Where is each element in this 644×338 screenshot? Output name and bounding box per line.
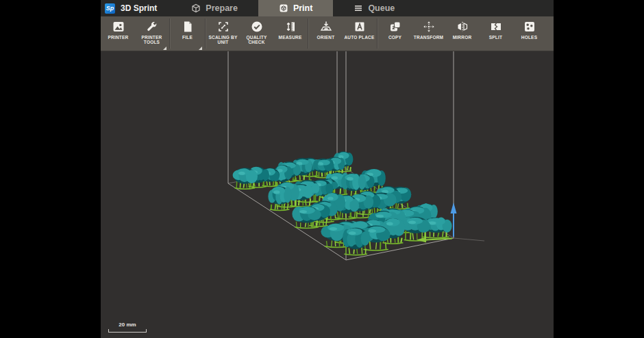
toolbar-group-separator [169,18,170,49]
toolbar-button-label: HOLES [514,35,545,40]
toolbar-button-transform[interactable]: TRANSFORM [412,16,445,51]
tab-queue[interactable]: Queue [344,0,404,16]
toolbar-button-label: PRINTER TOOLS [136,35,168,44]
measure-icon [284,20,297,34]
wrench-icon [145,20,159,34]
toolbar-button-label: QUALITY CHECK [241,35,273,44]
print-tab-icon [279,3,288,13]
toolbar-button-printer-tools[interactable]: PRINTER TOOLS [135,16,169,51]
toolbar-button-label: PRINTER [103,35,134,40]
tab-label: Prepare [206,3,238,13]
submenu-corner-triangle-icon [199,47,202,50]
toolbar-group-separator [377,18,377,49]
tab-print[interactable]: Print [258,0,333,16]
app-window: Sp 3D Sprint PreparePrintQueue PRINTERPR… [101,0,554,338]
toolbar-group: COPYTRANSFORMMIRRORSPLITHOLES [378,16,546,51]
app-logo-icon: Sp [105,3,115,14]
viewport-3d[interactable]: 20 mm [101,51,554,338]
toolbar-button-label: SCALING BY UNIT [208,35,239,44]
quality-icon [250,20,264,34]
toolbar-button-orient[interactable]: ORIENT [309,16,343,51]
toolbar-button-label: FILE [172,35,203,40]
toolbar-button-label: MEASURE [275,35,306,40]
toolbar-group: FILE [171,16,204,51]
tab-label: Print [293,3,312,13]
dental-model[interactable] [343,228,369,255]
scaling-icon [216,20,230,34]
file-icon [181,20,195,34]
autoplace-icon [353,20,367,34]
scale-bar-line [108,329,147,333]
tab-label: Queue [368,3,395,13]
toolbar: PRINTERPRINTER TOOLSFILESCALING BY UNITQ… [101,16,554,51]
scale-indicator: 20 mm [108,322,147,333]
toolbar-button-measure[interactable]: MEASURE [273,16,307,51]
toolbar-button-label: MIRROR [447,35,478,40]
orient-icon [319,20,333,34]
toolbar-button-file[interactable]: FILE [171,16,204,51]
toolbar-group-separator [205,18,206,49]
app-logo-text: Sp [106,5,114,12]
toolbar-group-separator [308,18,308,49]
toolbar-button-label: TRANSFORM [413,35,445,40]
printer-icon [112,20,125,34]
toolbar-button-auto-place[interactable]: AUTO PLACE [343,16,376,51]
toolbar-button-label: SPLIT [480,35,512,40]
toolbar-button-scaling-by-unit[interactable]: SCALING BY UNIT [206,16,240,51]
tab-bar: PreparePrintQueue [182,0,404,16]
copy-icon [388,20,402,34]
toolbar-group: ORIENTAUTO PLACE [309,16,376,51]
toolbar-group: PRINTERPRINTER TOOLS [101,16,169,51]
app-brand: Sp 3D Sprint [101,0,157,16]
tab-prepare[interactable]: Prepare [182,0,247,16]
z-axis-arrow[interactable] [451,203,457,237]
toolbar-button-split[interactable]: SPLIT [479,16,512,51]
holes-icon [523,20,536,34]
toolbar-button-label: COPY [380,35,411,40]
app-title: 3D Sprint [121,3,157,13]
scene-canvas[interactable] [101,51,554,338]
toolbar-button-mirror[interactable]: MIRROR [445,16,479,51]
toolbar-button-label: ORIENT [310,35,342,40]
scene-svg [101,51,554,338]
queue-icon [354,3,363,13]
top-bar: Sp 3D Sprint PreparePrintQueue [101,0,554,16]
submenu-corner-triangle-icon [163,47,166,50]
toolbar-group: SCALING BY UNITQUALITY CHECKMEASURE [206,16,307,51]
toolbar-button-holes[interactable]: HOLES [512,16,546,51]
dental-model[interactable] [233,168,258,189]
toolbar-button-label: AUTO PLACE [344,35,375,40]
toolbar-button-printer[interactable]: PRINTER [101,16,135,51]
toolbar-button-copy[interactable]: COPY [378,16,412,51]
split-icon [489,20,503,34]
toolbar-button-quality-check[interactable]: QUALITY CHECK [240,16,273,51]
transform-icon [422,20,436,34]
mirror-icon [456,20,469,34]
cube-icon [191,3,201,13]
scale-label: 20 mm [108,322,147,328]
